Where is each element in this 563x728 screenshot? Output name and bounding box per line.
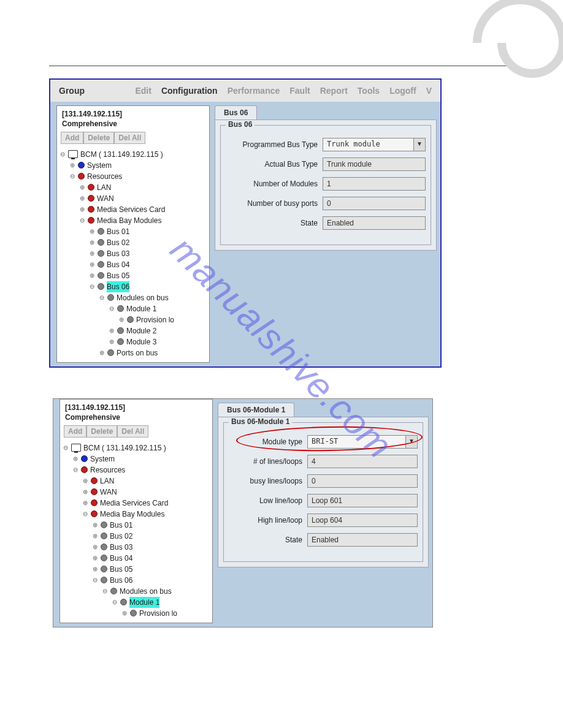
select-module-type[interactable]: BRI-ST▼ — [307, 435, 418, 449]
menu-v[interactable]: V — [426, 86, 432, 96]
tree-system[interactable]: ⊕System — [63, 453, 210, 464]
nav-tree: ⊖BCM ( 131.149.192.115 ) ⊕System ⊖Resour… — [60, 441, 212, 623]
bullet-icon — [117, 338, 124, 345]
node-label: Bus 04 — [107, 259, 129, 270]
field-high-line: Loop 604 — [307, 514, 418, 527]
bullet-icon — [78, 162, 85, 169]
tree-root[interactable]: ⊖BCM ( 131.149.192.115 ) — [59, 149, 207, 160]
node-label: Modules on bus — [117, 292, 169, 303]
node-label: Provision lo — [136, 314, 174, 325]
label-low-line: Low line/loop — [229, 496, 302, 505]
tree-bus05[interactable]: ⊕Bus 05 — [59, 270, 207, 281]
tree-module-2[interactable]: ⊕Module 2 — [59, 325, 207, 336]
node-label: Modules on bus — [120, 586, 172, 597]
tree-bus04[interactable]: ⊕Bus 04 — [63, 553, 210, 564]
tree-provision[interactable]: ⊕Provision lo — [63, 608, 210, 619]
tree-mbm[interactable]: ⊖Media Bay Modules — [63, 509, 210, 520]
separator-line — [49, 66, 514, 66]
node-label: BCM ( 131.149.192.115 ) — [83, 442, 166, 453]
bullet-icon — [120, 599, 127, 605]
node-label: Ports on bus — [117, 347, 158, 358]
menu-configuration[interactable]: Configuration — [161, 86, 218, 96]
tree-bus06[interactable]: ⊖Bus 06 — [63, 575, 210, 586]
tab-bus06[interactable]: Bus 06 — [215, 105, 257, 119]
tree-bus02[interactable]: ⊕Bus 02 — [59, 237, 207, 248]
bullet-icon — [98, 261, 104, 268]
node-label: Module 2 — [126, 325, 156, 336]
fieldset-bus06: Bus 06 Programmed Bus Type Trunk module▼… — [220, 125, 431, 245]
node-label: WAN — [100, 487, 117, 498]
tree-bus02[interactable]: ⊕Bus 02 — [63, 531, 210, 542]
delall-button[interactable]: Del All — [114, 132, 145, 144]
tree-mode: Comprehensive — [60, 413, 212, 425]
tab-module1[interactable]: Bus 06-Module 1 — [218, 403, 294, 417]
menu-edit[interactable]: Edit — [135, 86, 151, 96]
menu-performance[interactable]: Performance — [228, 86, 280, 96]
tree-bus04[interactable]: ⊕Bus 04 — [59, 259, 207, 270]
tree-msc[interactable]: ⊕Media Services Card — [59, 204, 207, 215]
field-busy-lines: 0 — [307, 474, 418, 488]
tree-module-1[interactable]: ⊖Module 1 — [63, 597, 210, 608]
bullet-icon — [88, 195, 94, 202]
bullet-icon — [91, 477, 98, 484]
add-button[interactable]: Add — [64, 425, 86, 438]
watermark-swirl-icon — [471, 0, 563, 98]
delall-button[interactable]: Del All — [117, 425, 148, 438]
node-label: Bus 05 — [107, 270, 129, 281]
node-label: Bus 03 — [107, 248, 129, 259]
tree-wan[interactable]: ⊕WAN — [59, 193, 207, 204]
tree-lan[interactable]: ⊕LAN — [63, 476, 210, 487]
add-button[interactable]: Add — [61, 132, 83, 144]
tree-bus03[interactable]: ⊕Bus 03 — [59, 248, 207, 259]
select-programmed-bus-type[interactable]: Trunk module▼ — [323, 138, 426, 151]
field-low-line: Loop 601 — [307, 494, 418, 507]
menu-logoff[interactable]: Logoff — [389, 86, 416, 96]
label-actual-bus-type: Actual Bus Type — [226, 160, 318, 169]
tree-ports-on-bus[interactable]: ⊕Ports on bus — [59, 347, 207, 358]
menu-group[interactable]: Group — [59, 86, 85, 96]
tree-module-1[interactable]: ⊖Module 1 — [59, 303, 207, 314]
tree-bus01[interactable]: ⊕Bus 01 — [59, 226, 207, 237]
tree-mbm[interactable]: ⊖Media Bay Modules — [59, 215, 207, 226]
label-state: State — [226, 219, 318, 227]
node-label: Bus 02 — [107, 237, 129, 248]
tree-bus01[interactable]: ⊕Bus 01 — [63, 520, 210, 531]
tree-system[interactable]: ⊕System — [59, 160, 207, 171]
node-label: Module 1 — [126, 303, 156, 314]
node-label: Media Bay Modules — [100, 509, 164, 520]
bullet-icon — [98, 228, 104, 235]
tree-bus06[interactable]: ⊖Bus 06 — [59, 281, 207, 292]
tree-bus05[interactable]: ⊕Bus 05 — [63, 564, 210, 575]
bullet-icon — [101, 521, 107, 528]
delete-button[interactable]: Delete — [86, 425, 117, 438]
field-number-of-modules: 1 — [323, 177, 426, 191]
tree-mode: Comprehensive — [57, 119, 209, 132]
menu-tools[interactable]: Tools — [358, 86, 380, 96]
node-label: Bus 02 — [110, 531, 132, 542]
node-label: LAN — [97, 182, 111, 193]
tree-msc[interactable]: ⊕Media Services Card — [63, 498, 210, 509]
delete-button[interactable]: Delete — [83, 132, 114, 144]
tree-module-3[interactable]: ⊕Module 3 — [59, 336, 207, 347]
tree-resources[interactable]: ⊖Resources — [63, 464, 210, 476]
bullet-icon — [81, 466, 88, 473]
menu-fault[interactable]: Fault — [289, 86, 310, 96]
tree-modules-on-bus[interactable]: ⊖Modules on bus — [63, 586, 210, 597]
menu-report[interactable]: Report — [320, 86, 348, 96]
tree-resources[interactable]: ⊖Resources — [59, 171, 207, 182]
tree-wan[interactable]: ⊕WAN — [63, 487, 210, 498]
tree-root[interactable]: ⊖BCM ( 131.149.192.115 ) — [63, 442, 210, 453]
bullet-icon — [117, 305, 124, 312]
node-label: Media Bay Modules — [97, 215, 161, 226]
node-label: WAN — [97, 193, 114, 204]
bullet-icon — [98, 283, 104, 290]
label-number-busy-ports: Number of busy ports — [226, 199, 318, 208]
panel-bus06: Bus 06 Programmed Bus Type Trunk module▼… — [215, 119, 437, 251]
panel-module1: Bus 06-Module 1 Module type BRI-ST▼ # of… — [218, 417, 429, 567]
tree-bus03[interactable]: ⊕Bus 03 — [63, 542, 210, 553]
tree-modules-on-bus[interactable]: ⊖Modules on bus — [59, 292, 207, 303]
tree-provision[interactable]: ⊕Provision lo — [59, 314, 207, 325]
bullet-icon — [88, 206, 94, 213]
tree-lan[interactable]: ⊕LAN — [59, 182, 207, 193]
node-label: LAN — [100, 476, 114, 487]
